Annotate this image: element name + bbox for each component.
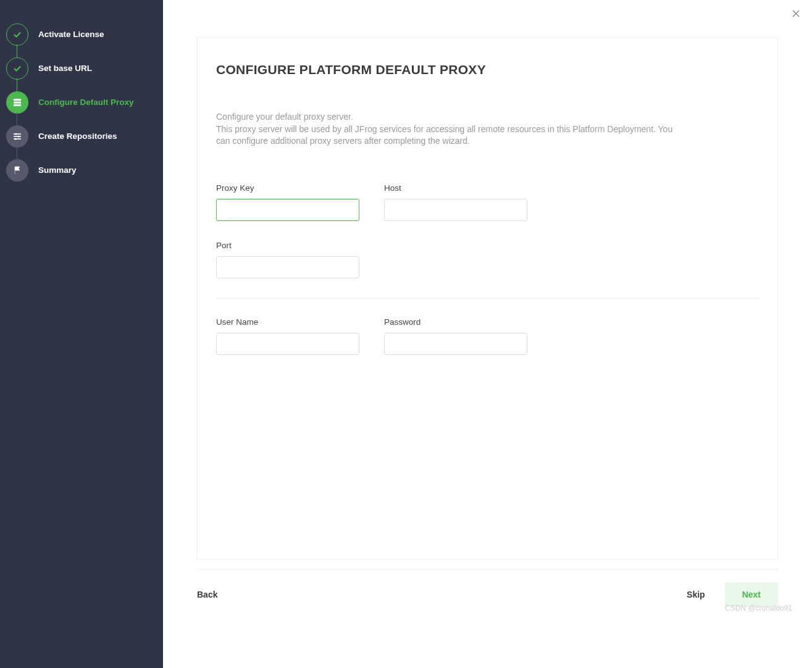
main-panel: CONFIGURE PLATFORM DEFAULT PROXY Configu… (163, 0, 812, 668)
form-divider (216, 298, 759, 299)
description-line1: Configure your default proxy server. (216, 112, 353, 122)
svg-point-4 (15, 133, 17, 135)
step-label: Set base URL (38, 64, 92, 73)
skip-button[interactable]: Skip (687, 590, 705, 599)
watermark-text: CSDN @cronaldo91 (725, 604, 792, 612)
step-activate-license[interactable]: Activate License (0, 17, 163, 51)
step-configure-default-proxy[interactable]: Configure Default Proxy (0, 85, 163, 119)
server-icon (6, 91, 28, 114)
description-line2: This proxy server will be used by all JF… (216, 124, 672, 146)
form-row-1: Proxy Key Host (216, 183, 759, 221)
wizard-footer: Back Skip Next (197, 569, 778, 612)
password-label: Password (384, 317, 527, 327)
form-row-3: User Name Password (216, 317, 759, 355)
step-label: Configure Default Proxy (38, 98, 134, 107)
password-group: Password (384, 317, 527, 355)
back-button[interactable]: Back (197, 590, 217, 599)
svg-rect-0 (14, 99, 21, 101)
username-group: User Name (216, 317, 359, 355)
config-card: CONFIGURE PLATFORM DEFAULT PROXY Configu… (197, 37, 778, 560)
host-input[interactable] (384, 199, 527, 221)
port-group: Port (216, 241, 359, 278)
step-label: Summary (38, 165, 77, 175)
svg-point-6 (17, 135, 19, 137)
flag-icon (6, 159, 28, 182)
proxy-key-input[interactable] (216, 199, 359, 221)
username-input[interactable] (216, 333, 359, 355)
footer-left: Back (197, 590, 217, 599)
svg-point-8 (14, 138, 16, 140)
port-input[interactable] (216, 256, 359, 278)
footer-right: Skip Next (687, 582, 778, 607)
next-button[interactable]: Next (725, 582, 778, 607)
step-label: Create Repositories (38, 132, 117, 141)
check-icon (6, 23, 28, 46)
host-group: Host (384, 183, 527, 221)
password-input[interactable] (384, 333, 527, 355)
username-label: User Name (216, 317, 359, 327)
port-label: Port (216, 241, 359, 250)
step-set-base-url[interactable]: Set base URL (0, 51, 163, 85)
svg-rect-1 (14, 101, 21, 103)
proxy-key-group: Proxy Key (216, 183, 359, 221)
step-create-repositories[interactable]: Create Repositories (0, 119, 163, 153)
step-summary[interactable]: Summary (0, 153, 163, 187)
step-list: Activate License Set base URL Configure … (0, 17, 163, 187)
form-row-2: Port (216, 241, 759, 278)
svg-rect-2 (14, 104, 21, 106)
page-description: Configure your default proxy server. Thi… (216, 111, 685, 148)
check-icon (6, 57, 28, 80)
proxy-key-label: Proxy Key (216, 183, 359, 193)
wizard-sidebar: Activate License Set base URL Configure … (0, 0, 163, 668)
page-title: CONFIGURE PLATFORM DEFAULT PROXY (216, 62, 759, 77)
sliders-icon (6, 125, 28, 148)
host-label: Host (384, 183, 527, 193)
close-icon[interactable] (790, 7, 802, 20)
step-label: Activate License (38, 30, 104, 39)
